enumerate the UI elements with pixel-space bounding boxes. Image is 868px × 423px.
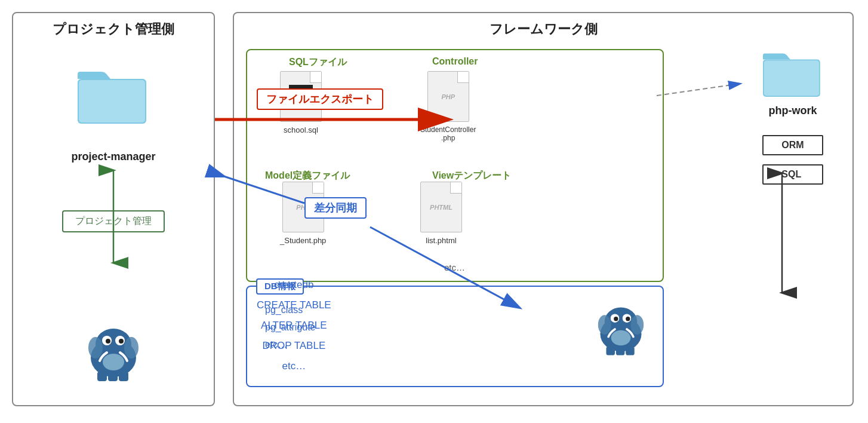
php-label: PHP bbox=[441, 93, 455, 100]
right-panel-title: フレームワーク側 bbox=[234, 13, 852, 43]
view-section-label: Viewテンプレート bbox=[432, 170, 511, 182]
elephant-right bbox=[591, 299, 651, 361]
cmd-etc: etc… bbox=[257, 356, 331, 376]
php-work-area: php-work ORM SQL bbox=[745, 49, 841, 185]
svg-point-8 bbox=[88, 337, 103, 358]
diagram-container: プロジェクト管理側 project-manager プロジェクト管理 bbox=[0, 0, 868, 423]
svg-point-10 bbox=[103, 354, 124, 370]
sql-box: SQL bbox=[762, 164, 823, 185]
svg-rect-11 bbox=[97, 372, 107, 381]
cmd-createdb: createdb bbox=[257, 275, 331, 295]
green-box: SQLファイル Controller Model定義ファイル Viewテンプレー… bbox=[246, 49, 664, 282]
svg-rect-1 bbox=[79, 80, 145, 122]
project-manager-label: project-manager bbox=[71, 151, 155, 163]
phtml-label: PHTML bbox=[430, 204, 453, 211]
cmd-create-table: CREATE TABLE bbox=[257, 295, 331, 315]
php-file-name: StudentController.php bbox=[420, 125, 476, 142]
svg-point-20 bbox=[614, 317, 618, 321]
elephant-left bbox=[81, 319, 146, 387]
sql-file-name: school.sql bbox=[284, 125, 318, 134]
svg-rect-26 bbox=[616, 347, 625, 355]
svg-point-7 bbox=[119, 339, 124, 344]
sql-commands: createdb CREATE TABLE ALTER TABLE DROP T… bbox=[257, 275, 331, 376]
svg-point-23 bbox=[630, 315, 644, 335]
php-work-folder-icon bbox=[763, 49, 823, 100]
svg-point-9 bbox=[124, 337, 138, 358]
orm-sql-boxes: ORM SQL bbox=[762, 135, 823, 185]
orm-box: ORM bbox=[762, 135, 823, 155]
left-panel: プロジェクト管理側 project-manager プロジェクト管理 bbox=[12, 12, 215, 406]
svg-rect-25 bbox=[606, 347, 615, 355]
svg-rect-12 bbox=[108, 372, 118, 381]
project-folder-icon bbox=[78, 67, 149, 127]
project-kanri-box: プロジェクト管理 bbox=[62, 210, 165, 232]
controller-section-label: Controller bbox=[432, 56, 478, 67]
view-file-icon: PHTML list.phtml bbox=[420, 182, 462, 245]
left-panel-title: プロジェクト管理側 bbox=[13, 13, 214, 43]
model-file-name: _Student.php bbox=[280, 236, 326, 245]
svg-rect-27 bbox=[626, 347, 635, 355]
export-arrow-label: ファイルエクスポート bbox=[257, 88, 383, 110]
svg-point-22 bbox=[598, 315, 611, 335]
cmd-alter-table: ALTER TABLE bbox=[257, 315, 331, 336]
svg-rect-15 bbox=[764, 60, 820, 96]
project-kanri-label: プロジェクト管理 bbox=[75, 216, 152, 226]
php-file-icon: PHP StudentController.php bbox=[420, 71, 476, 142]
svg-point-24 bbox=[611, 330, 631, 345]
view-file-name: list.phtml bbox=[426, 236, 456, 245]
cmd-drop-table: DROP TABLE bbox=[257, 336, 331, 356]
svg-point-21 bbox=[626, 317, 630, 321]
diff-sync-label: 差分同期 bbox=[304, 197, 367, 219]
svg-rect-13 bbox=[119, 372, 128, 381]
php-work-label: php-work bbox=[769, 105, 817, 117]
sql-section-label: SQLファイル bbox=[289, 56, 347, 69]
svg-point-6 bbox=[106, 339, 110, 344]
model-section-label: Model定義ファイル bbox=[265, 170, 350, 182]
view-etc-label: etc… bbox=[444, 262, 465, 272]
